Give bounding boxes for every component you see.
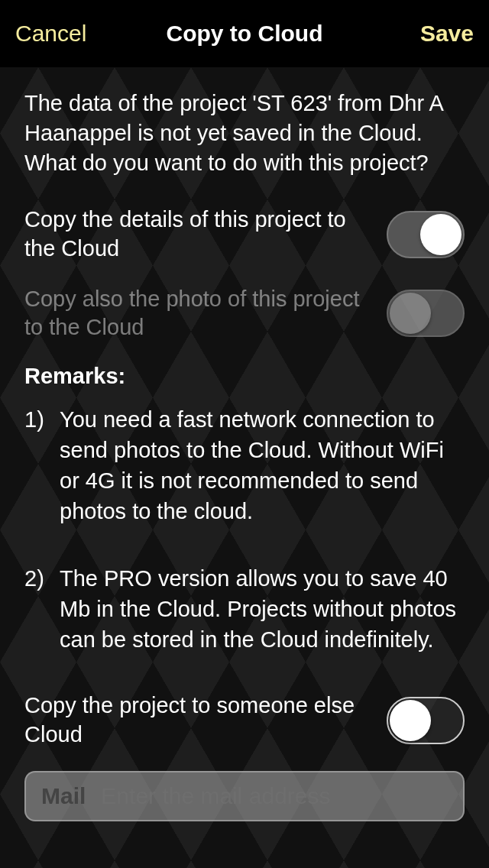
toggle-switch-copy-details[interactable] <box>387 211 465 258</box>
toggle-label-copy-photo: Copy also the photo of this project to t… <box>24 285 371 342</box>
header-bar: Cancel Copy to Cloud Save <box>0 0 489 67</box>
mail-label: Mail <box>41 783 86 809</box>
remark-number: 1) <box>24 404 60 526</box>
toggle-row-copy-details: Copy the details of this project to the … <box>24 206 465 263</box>
intro-text: The data of the project 'ST 623' from Dh… <box>24 89 465 178</box>
mail-input[interactable] <box>101 783 448 809</box>
toggle-row-copy-photo: Copy also the photo of this project to t… <box>24 285 465 342</box>
toggle-label-copy-someone-else: Copy the project to someone else Cloud <box>24 691 371 749</box>
remark-text: The PRO version allows you to save 40 Mb… <box>60 563 465 655</box>
remark-item: 2) The PRO version allows you to save 40… <box>24 563 465 655</box>
page-title: Copy to Cloud <box>167 21 323 47</box>
toggle-row-copy-someone-else: Copy the project to someone else Cloud <box>24 691 465 749</box>
remark-item: 1) You need a fast network connection to… <box>24 404 465 526</box>
toggle-knob <box>390 700 431 741</box>
mail-field[interactable]: Mail <box>24 771 465 821</box>
cancel-button[interactable]: Cancel <box>15 21 86 47</box>
toggle-switch-copy-someone-else[interactable] <box>387 697 465 744</box>
toggle-knob <box>420 214 461 255</box>
remarks-heading: Remarks: <box>24 364 465 389</box>
toggle-label-copy-details: Copy the details of this project to the … <box>24 206 371 263</box>
content-area: The data of the project 'ST 623' from Dh… <box>0 67 489 843</box>
toggle-knob <box>390 293 431 334</box>
remark-text: You need a fast network connection to se… <box>60 404 465 526</box>
remark-number: 2) <box>24 563 60 655</box>
save-button[interactable]: Save <box>420 21 474 47</box>
toggle-switch-copy-photo <box>387 290 465 337</box>
